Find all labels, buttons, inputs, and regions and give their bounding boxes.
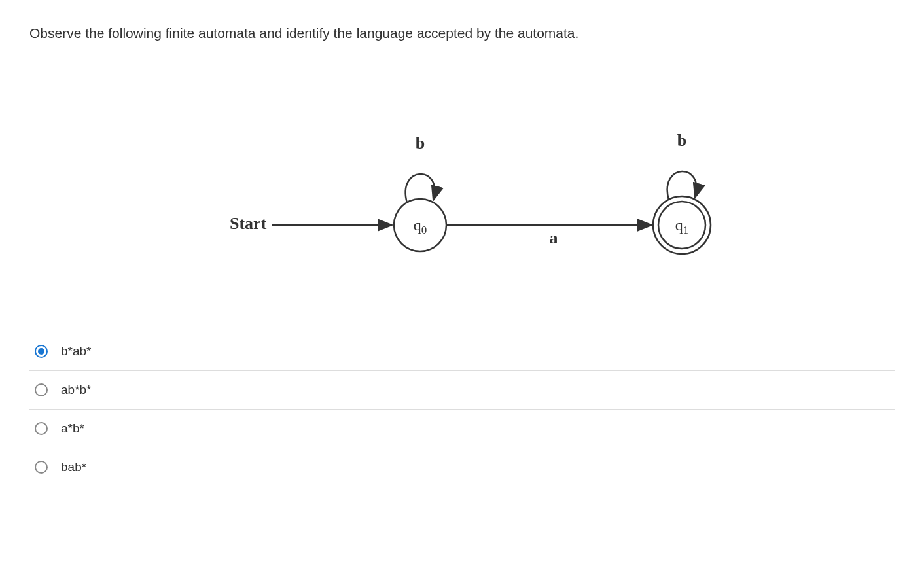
option-3[interactable]: a*b*: [29, 409, 895, 448]
options-list: b*ab* ab*b* a*b* bab*: [29, 332, 895, 487]
start-label: Start: [230, 214, 267, 233]
option-4-label: bab*: [61, 460, 86, 474]
q0-loop-label: b: [416, 133, 425, 152]
radio-3[interactable]: [35, 422, 48, 435]
radio-4[interactable]: [35, 461, 48, 474]
automata-diagram: Start q0 b a q1: [29, 70, 895, 325]
option-2[interactable]: ab*b*: [29, 370, 895, 409]
q1-loop-label: b: [677, 131, 686, 150]
option-4[interactable]: bab*: [29, 448, 895, 487]
question-text: Observe the following finite automata an…: [29, 23, 895, 44]
option-2-label: ab*b*: [61, 383, 92, 397]
radio-2[interactable]: [35, 383, 48, 396]
option-1-label: b*ab*: [61, 344, 92, 359]
radio-1[interactable]: [35, 345, 48, 358]
option-1[interactable]: b*ab*: [29, 332, 895, 370]
question-container: Observe the following finite automata an…: [3, 3, 921, 578]
automata-svg: Start q0 b a q1: [194, 113, 730, 283]
q0-to-q1-label: a: [550, 228, 558, 247]
option-3-label: a*b*: [61, 421, 84, 436]
